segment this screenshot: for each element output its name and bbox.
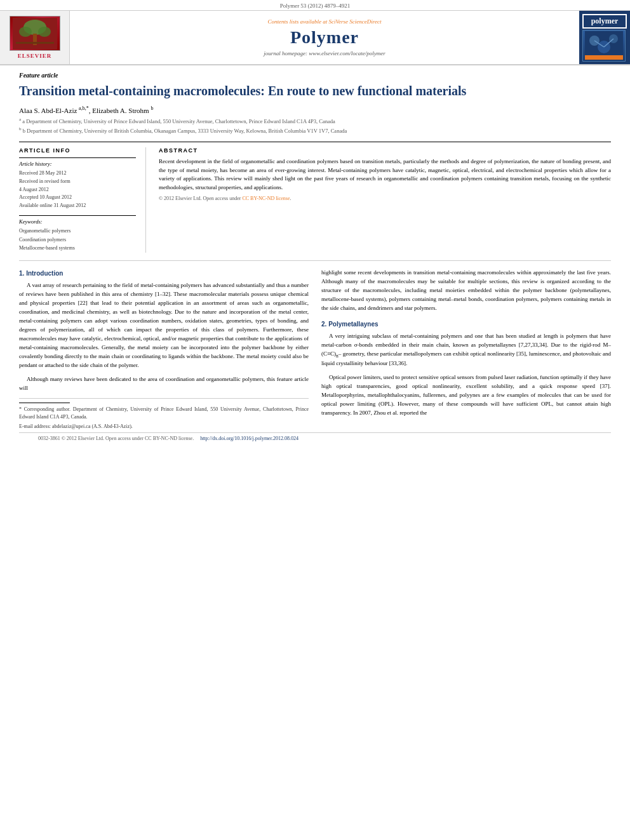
affiliations: a a Department of Chemistry, University … xyxy=(19,117,611,135)
article-info-panel: ARTICLE INFO Article history: Received 2… xyxy=(19,147,146,253)
history-entry-5: Available online 31 August 2012 xyxy=(19,202,136,210)
polymer-logo-icon xyxy=(585,31,623,60)
abstract-panel: ABSTRACT Recent development in the field… xyxy=(159,147,611,253)
footnote-email: E-mail address: abdelaziz@upei.ca (A.S. … xyxy=(19,423,309,430)
elsevier-text: ELSEVIER xyxy=(10,53,60,59)
svg-rect-5 xyxy=(16,42,54,44)
copyright-text: © 2012 Elsevier Ltd. Open access under C… xyxy=(159,196,291,201)
elsevier-logo: ELSEVIER xyxy=(10,16,60,59)
citation-text: Polymer 53 (2012) 4879–4921 xyxy=(280,3,351,9)
svg-point-3 xyxy=(19,27,32,37)
intro-right-paragraph-1: highlight some recent developments in tr… xyxy=(321,269,611,313)
journal-homepage: journal homepage: www.elsevier.com/locat… xyxy=(264,50,385,57)
keywords-list: Organometallic polymers Coordination pol… xyxy=(19,227,136,253)
elsevier-logo-image xyxy=(10,16,60,51)
badge-image xyxy=(582,30,626,62)
article-info-heading: ARTICLE INFO xyxy=(19,147,136,154)
sciverse-name: SciVerse ScienceDirect xyxy=(329,18,382,25)
svg-point-4 xyxy=(38,27,51,37)
keywords-label: Keywords: xyxy=(19,218,136,225)
polymer-badge: polymer xyxy=(582,14,627,62)
bottom-bar: 0032-3861 © 2012 Elsevier Ltd. Open acce… xyxy=(19,432,611,444)
article-title: Transition metal-containing macromolecul… xyxy=(19,83,611,99)
issn-text: 0032-3861 © 2012 Elsevier Ltd. Open acce… xyxy=(38,436,194,441)
journal-header-center: Contents lists available at SciVerse Sci… xyxy=(70,11,579,64)
history-label: Article history: xyxy=(19,161,136,167)
footnote-section: * Corresponding author. Department of Ch… xyxy=(19,398,309,430)
sciverse-link: Contents lists available at SciVerse Sci… xyxy=(268,18,382,25)
polymer-badge-section: polymer xyxy=(579,11,630,64)
badge-title-text: polymer xyxy=(582,14,627,29)
journal-title: Polymer xyxy=(290,27,359,48)
copyright-line: © 2012 Elsevier Ltd. Open access under C… xyxy=(159,196,611,201)
keyword-3: Metallocene-based systems xyxy=(19,244,136,253)
section2-title: Polymetallaynes xyxy=(328,321,378,328)
history-entry-4: Accepted 10 August 2012 xyxy=(19,194,136,202)
author-names: Alaa S. Abd-El-Aziz a,b,*, Elizabeth A. … xyxy=(19,107,153,114)
abstract-text: Recent development in the field of organ… xyxy=(159,157,611,192)
section1-title: Introduction xyxy=(26,270,63,277)
main-content: Feature article Transition metal-contain… xyxy=(0,65,630,450)
body-content: 1. Introduction A vast array of research… xyxy=(19,269,611,432)
body-right-column: highlight some recent developments in tr… xyxy=(321,269,611,432)
footnote-divider xyxy=(19,403,70,403)
section-divider xyxy=(19,260,611,261)
article-type: Feature article xyxy=(19,72,611,79)
section1-heading: 1. Introduction xyxy=(19,269,309,279)
doi-text: http://dx.doi.org/10.1016/j.polymer.2012… xyxy=(200,436,298,441)
affiliation-a: a a Department of Chemistry, University … xyxy=(19,117,611,126)
section1-number: 1. xyxy=(19,270,24,277)
keyword-1: Organometallic polymers xyxy=(19,227,136,236)
authors-line: Alaa S. Abd-El-Aziz a,b,*, Elizabeth A. … xyxy=(19,105,611,114)
history-entries: Received 28 May 2012 Received in revised… xyxy=(19,170,136,210)
keyword-2: Coordination polymers xyxy=(19,236,136,244)
elsevier-logo-section: ELSEVIER xyxy=(0,11,70,64)
author-sup-a: a,b,* xyxy=(79,105,89,111)
section2-number: 2. xyxy=(321,321,326,328)
body-left-column: 1. Introduction A vast array of research… xyxy=(19,269,309,432)
journal-header: ELSEVIER Contents lists available at Sci… xyxy=(0,11,630,65)
abstract-heading: ABSTRACT xyxy=(159,147,611,154)
cc-license: CC BY-NC-ND license xyxy=(242,196,290,201)
elsevier-tree-icon xyxy=(13,18,57,50)
intro-paragraph-2: Although many reviews have been dedicate… xyxy=(19,375,309,393)
keywords-box: Keywords: Organometallic polymers Coordi… xyxy=(19,215,136,253)
footnote-1: * Corresponding author. Department of Ch… xyxy=(19,406,309,421)
intro-paragraph-1: A vast array of research pertaining to t… xyxy=(19,281,309,370)
history-entry-1: Received 28 May 2012 xyxy=(19,170,136,178)
section2-paragraph-1: A very intriguing subclass of metal-cont… xyxy=(321,332,611,368)
affiliation-b: b b Department of Chemistry, University … xyxy=(19,126,611,135)
history-entry-2: Received in revised form xyxy=(19,178,136,186)
svg-rect-12 xyxy=(585,55,623,60)
history-entry-3: 4 August 2012 xyxy=(19,186,136,194)
section2-paragraph-2: Optical power limiters, used to protect … xyxy=(321,373,611,418)
info-abstract-section: ARTICLE INFO Article history: Received 2… xyxy=(19,142,611,253)
section2-heading: 2. Polymetallaynes xyxy=(321,319,611,330)
author-sup-b: b xyxy=(151,105,153,111)
citation-bar: Polymer 53 (2012) 4879–4921 xyxy=(0,0,630,11)
history-box: Article history: Received 28 May 2012 Re… xyxy=(19,157,136,210)
